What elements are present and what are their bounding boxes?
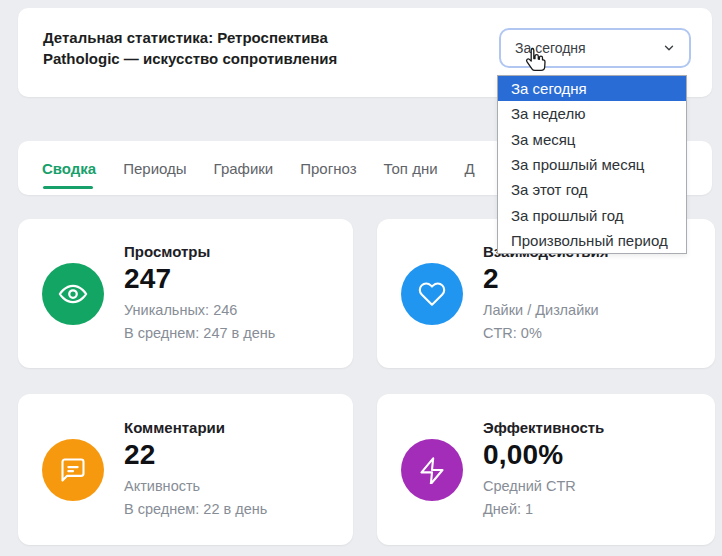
tab-truncated[interactable]: Д [465, 141, 475, 195]
tab-forecast[interactable]: Прогноз [300, 141, 356, 195]
period-select[interactable]: За сегодня [499, 28, 691, 68]
period-select-value: За сегодня [515, 40, 586, 56]
card-subline: Лайки / Дизлайки [483, 299, 609, 322]
tab-periods[interactable]: Периоды [123, 141, 186, 195]
card-subline: Дней: 1 [483, 498, 604, 521]
efficiency-card: Эффективность 0,00% Средний CTR Дней: 1 [377, 394, 715, 545]
card-title: Комментарии [124, 419, 267, 436]
card-title: Просмотры [124, 243, 275, 260]
page-title-line1: Детальная статистика: Ретроспектива [43, 27, 383, 48]
efficiency-icon-badge [401, 439, 463, 501]
views-icon-badge [42, 263, 104, 325]
comments-icon-badge [42, 439, 104, 501]
menu-item-month[interactable]: За месяц [498, 127, 686, 152]
page-title: Детальная статистика: Ретроспектива Path… [43, 27, 383, 69]
menu-item-today[interactable]: За сегодня [498, 76, 686, 101]
menu-item-last-month[interactable]: За прошлый месяц [498, 152, 686, 177]
card-subline: Средний CTR [483, 475, 604, 498]
tab-top-days[interactable]: Топ дни [384, 141, 438, 195]
period-dropdown-menu: За сегодня За неделю За месяц За прошлый… [497, 75, 687, 254]
card-subline: В среднем: 247 в день [124, 322, 275, 345]
card-title: Эффективность [483, 419, 604, 436]
heart-icon [418, 280, 446, 308]
statistics-page: Детальная статистика: Ретроспектива Path… [0, 0, 722, 556]
card-subline: В среднем: 22 в день [124, 498, 267, 521]
card-value: 0,00% [483, 439, 604, 471]
comment-icon [59, 456, 87, 484]
menu-item-last-year[interactable]: За прошлый год [498, 202, 686, 227]
eye-icon [58, 279, 88, 309]
views-card: Просмотры 247 Уникальных: 246 В среднем:… [18, 219, 353, 368]
bolt-icon [418, 456, 446, 484]
card-value: 247 [124, 263, 275, 295]
tab-charts[interactable]: Графики [214, 141, 274, 195]
card-value: 2 [483, 263, 609, 295]
interactions-icon-badge [401, 263, 463, 325]
tab-summary[interactable]: Сводка [42, 141, 96, 195]
card-subline: Активность [124, 475, 267, 498]
chevron-down-icon [662, 41, 676, 55]
menu-item-this-year[interactable]: За этот год [498, 177, 686, 202]
menu-item-week[interactable]: За неделю [498, 101, 686, 126]
menu-item-custom-period[interactable]: Произвольный период [498, 228, 686, 253]
card-subline: CTR: 0% [483, 322, 609, 345]
page-title-line2: Pathologic — искусство сопротивления [43, 48, 383, 69]
card-subline: Уникальных: 246 [124, 299, 275, 322]
card-value: 22 [124, 439, 267, 471]
comments-card: Комментарии 22 Активность В среднем: 22 … [18, 394, 353, 545]
